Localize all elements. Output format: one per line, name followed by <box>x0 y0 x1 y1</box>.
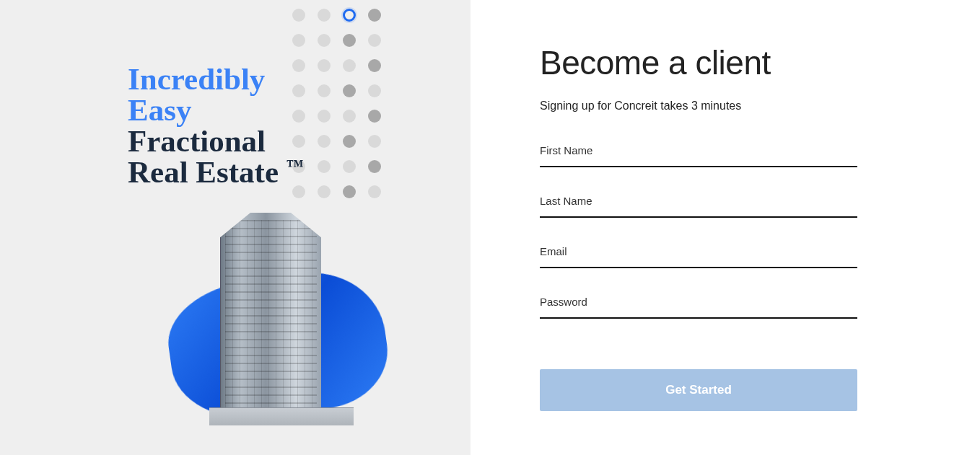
dot-icon <box>343 59 356 72</box>
building-illustration <box>148 213 386 429</box>
dot-icon <box>318 185 331 198</box>
dot-icon <box>318 9 331 22</box>
dot-icon <box>343 110 356 123</box>
dot-icon <box>292 34 305 47</box>
dot-icon <box>318 59 331 72</box>
last-name-input[interactable] <box>540 189 857 218</box>
dot-icon <box>318 34 331 47</box>
get-started-button[interactable]: Get Started <box>540 369 857 411</box>
dot-icon <box>343 34 356 47</box>
marketing-headline: Incredibly Easy Fractional Real Estate ™ <box>128 63 304 187</box>
first-name-input[interactable] <box>540 138 857 167</box>
dot-icon <box>368 185 381 198</box>
headline-line-2: Easy <box>128 94 304 125</box>
building-base <box>209 407 354 425</box>
dot-icon <box>343 135 356 148</box>
building-icon <box>220 213 321 418</box>
dot-icon <box>368 34 381 47</box>
dot-icon <box>368 110 381 123</box>
signup-panel: Become a client Signing up for Concreit … <box>471 0 980 455</box>
first-name-field-wrap: First Name <box>540 138 857 167</box>
dot-icon <box>368 135 381 148</box>
headline-line-4: Real Estate ™ <box>128 156 304 187</box>
headline-line-3: Fractional <box>128 125 304 156</box>
dot-icon <box>368 160 381 173</box>
dot-icon <box>343 84 356 97</box>
last-name-field-wrap: Last Name <box>540 189 857 218</box>
headline-line-1: Incredibly <box>128 63 304 94</box>
email-input[interactable] <box>540 239 857 268</box>
decorative-dot-grid <box>292 9 381 198</box>
dot-icon <box>318 135 331 148</box>
dot-icon <box>318 160 331 173</box>
dot-icon <box>368 9 381 22</box>
dot-icon <box>343 185 356 198</box>
trademark-symbol: ™ <box>286 156 304 175</box>
dot-icon <box>318 110 331 123</box>
password-field-wrap: Password <box>540 290 857 319</box>
marketing-panel: Incredibly Easy Fractional Real Estate ™ <box>0 0 471 455</box>
dot-icon <box>343 160 356 173</box>
dot-icon <box>368 84 381 97</box>
email-field-wrap: Email <box>540 239 857 268</box>
form-title: Become a client <box>540 43 857 82</box>
headline-line-4-text: Real Estate <box>128 155 279 189</box>
dot-icon <box>292 9 305 22</box>
dot-icon <box>318 84 331 97</box>
ring-dot-icon <box>343 9 356 22</box>
dot-icon <box>368 59 381 72</box>
form-subtitle: Signing up for Concreit takes 3 minutes <box>540 100 857 112</box>
password-input[interactable] <box>540 290 857 319</box>
